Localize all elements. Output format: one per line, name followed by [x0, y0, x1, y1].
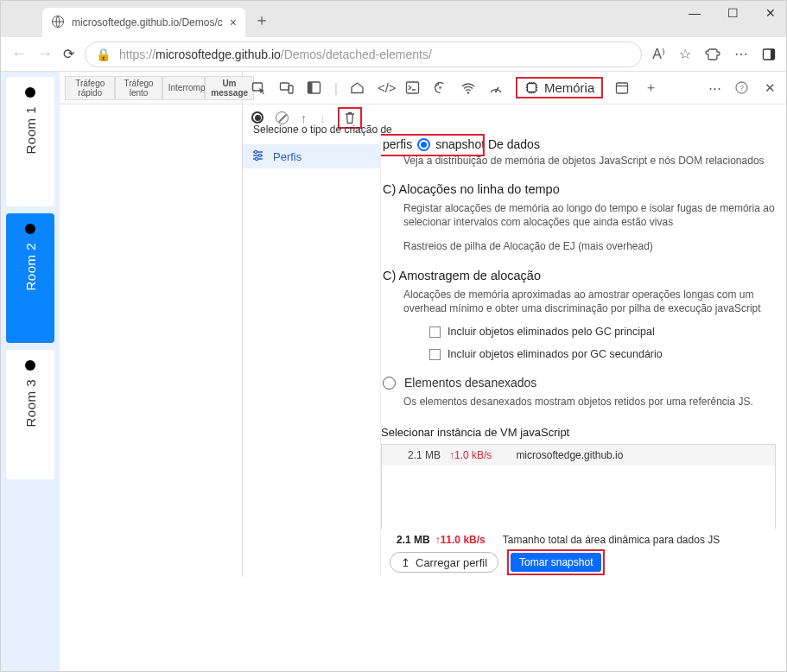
load-profile-button[interactable]: ↥ Carregar perfil — [390, 552, 498, 573]
window-controls: ― ☐ ✕ — [686, 6, 779, 20]
rooms-sidebar: Room 1 Room 2 Room 3 — [1, 72, 60, 672]
performance-icon[interactable] — [488, 80, 504, 96]
more-icon[interactable]: ⋯ — [734, 46, 748, 62]
close-icon[interactable]: ✕ — [762, 6, 779, 20]
room-item-2[interactable]: Room 2 — [6, 213, 54, 343]
read-aloud-icon[interactable]: A⁾ — [652, 46, 665, 62]
memory-sub-toolbar: ↑ ↓ Selecione o tipo de criação de — [243, 105, 786, 130]
favorite-icon[interactable]: ☆ — [679, 46, 691, 62]
lock-icon: 🔒 — [96, 48, 111, 61]
svg-point-18 — [255, 157, 257, 160]
traffic-slow-button[interactable]: Tráfego lento — [115, 76, 162, 100]
vm-instance-row[interactable]: 2.1 MB ↑1.0 kB/s microsoftedge.github.io — [382, 445, 775, 466]
elements-icon[interactable]: </> — [378, 80, 393, 95]
url-host: microsoftedge.github.io — [155, 48, 281, 61]
checkbox-gc-major-label: Incluir objetos eliminados pelo GC princ… — [447, 326, 655, 338]
titlebar: microsoftedge.github.io/Demos/c × ＋ ― ☐ … — [1, 1, 786, 37]
memory-options: perfis snapshot De dados Veja a distribu… — [381, 130, 786, 577]
status-dot-icon — [25, 360, 35, 371]
maximize-icon[interactable]: ☐ — [724, 6, 741, 20]
tab-title: microsoftedge.github.io/Demos/c — [72, 16, 223, 29]
reload-icon[interactable]: ⟳ — [63, 46, 74, 62]
import-icon[interactable]: ↓ — [320, 111, 327, 125]
device-icon[interactable] — [279, 80, 295, 96]
address-bar-row: ← → ⟳ 🔒 https://microsoftedge.github.io/… — [1, 37, 786, 72]
minimize-icon[interactable]: ― — [686, 6, 703, 20]
console-icon[interactable] — [405, 80, 421, 95]
detached-heading: Elementos desanexados — [404, 376, 536, 390]
extensions-icon[interactable] — [705, 47, 720, 62]
room-item-3[interactable]: Room 3 — [6, 350, 54, 479]
welcome-icon[interactable] — [350, 80, 365, 95]
vm-instance-heading: Selecionar instância de VM javaScript — [381, 426, 776, 439]
checkbox-gc-minor-label: Incluir objetos eliminados por GC secund… — [447, 348, 663, 360]
footer-total-label: Tamanho total da área dinâmica para dado… — [503, 534, 720, 546]
page-body-blank — [60, 105, 243, 577]
globe-icon — [51, 15, 65, 31]
devtools-toolbar: | </> Memória — [243, 72, 786, 105]
option-alloc-timeline-desc: Registar alocações de memória ao longo d… — [403, 201, 776, 229]
footer-rate: ↑11.0 kB/s — [435, 534, 486, 546]
network-icon[interactable] — [460, 80, 476, 96]
traffic-stop-button[interactable]: Interromper — [162, 76, 206, 100]
svg-point-10 — [467, 92, 469, 93]
svg-point-16 — [254, 150, 257, 153]
detached-desc: Os elementos desanexados mostram objetos… — [403, 395, 776, 409]
checkbox-icon — [429, 349, 441, 360]
room-item-1[interactable]: Room 1 — [6, 77, 54, 206]
application-icon[interactable] — [615, 81, 631, 95]
svg-rect-2 — [771, 49, 775, 60]
profiles-sidebar: Perfis — [243, 130, 381, 577]
option-alloc-timeline-desc2: Rastreios de pilha de Alocação de EJ (ma… — [403, 239, 776, 253]
new-tab-button[interactable]: ＋ — [254, 10, 270, 30]
svg-point-9 — [439, 86, 441, 89]
forward-icon[interactable]: → — [37, 45, 53, 63]
export-icon[interactable]: ↑ — [301, 111, 308, 125]
radio-selected-icon — [417, 138, 430, 151]
svg-text:?: ? — [739, 84, 744, 92]
tab-close-icon[interactable]: × — [230, 16, 237, 29]
load-profile-label: Carregar perfil — [416, 556, 487, 569]
highlight-box: Tomar snapshot — [507, 549, 605, 575]
back-icon[interactable]: ← — [11, 45, 27, 63]
svg-rect-12 — [527, 84, 536, 92]
sidebar-toggle-icon[interactable] — [762, 48, 776, 61]
option-alloc-sampling-heading[interactable]: C) Amostragem de alocação — [383, 269, 776, 282]
vm-rate: ↑1.0 kB/s — [449, 449, 492, 461]
svg-point-11 — [495, 90, 497, 92]
footer-size: 2.1 MB — [397, 534, 430, 546]
vm-host: microsoftedge.github.io — [516, 449, 623, 461]
more-tabs-icon[interactable]: ＋ — [643, 79, 658, 96]
perfis-prefix: perfis — [383, 137, 412, 151]
option-heap-snapshot[interactable]: perfis snapshot De dados — [383, 137, 776, 151]
option-detached-elements[interactable]: Elementos desanexados — [383, 376, 776, 390]
clear-icon[interactable] — [276, 111, 289, 124]
inspect-icon[interactable] — [251, 80, 267, 96]
dock-icon[interactable] — [307, 80, 322, 95]
tab-memory[interactable]: Memória — [516, 77, 603, 98]
address-bar[interactable]: 🔒 https://microsoftedge.github.io/Demos/… — [85, 41, 642, 67]
upload-icon: ↥ — [401, 556, 410, 569]
memory-footer: 2.1 MB ↑11.0 kB/s Tamanho total da área … — [381, 529, 786, 577]
help-icon[interactable]: ? — [734, 80, 750, 95]
profiles-heading[interactable]: Perfis — [243, 144, 380, 168]
browser-tab[interactable]: microsoftedge.github.io/Demos/c × — [42, 8, 245, 37]
svg-point-17 — [258, 154, 261, 156]
room-label: Room 3 — [23, 379, 38, 428]
sources-icon[interactable] — [433, 80, 448, 95]
profiling-type-caption: Selecione o tipo de criação de — [253, 124, 392, 136]
status-dot-icon — [25, 224, 35, 234]
traffic-fast-button[interactable]: Tráfego rápido — [65, 76, 115, 100]
sliders-icon — [251, 149, 264, 164]
devtools-close-icon[interactable]: ✕ — [762, 80, 777, 96]
option-alloc-timeline-heading[interactable]: C) Alocações no linha do tempo — [383, 182, 776, 196]
vm-size: 2.1 MB — [408, 449, 441, 461]
devtools-more-icon[interactable]: ⋯ — [707, 80, 722, 96]
record-icon[interactable] — [251, 111, 263, 124]
checkbox-gc-minor[interactable]: Incluir objetos eliminados por GC secund… — [429, 348, 776, 360]
profiles-label: Perfis — [273, 150, 301, 163]
status-dot-icon — [25, 87, 35, 98]
checkbox-gc-major[interactable]: Incluir objetos eliminados pelo GC princ… — [429, 326, 776, 338]
svg-rect-7 — [308, 82, 313, 93]
take-snapshot-button[interactable]: Tomar snapshot — [511, 553, 601, 572]
